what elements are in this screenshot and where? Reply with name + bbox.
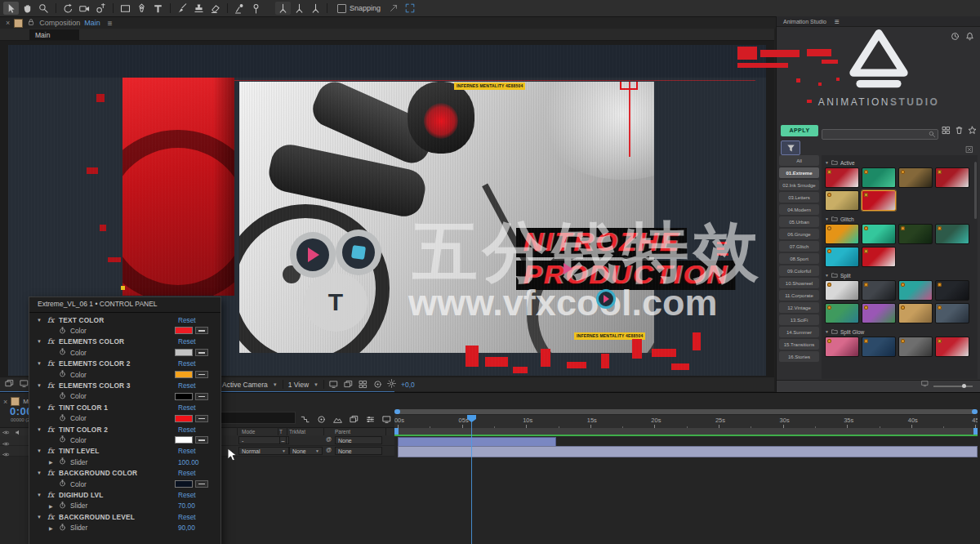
category-08-sport[interactable]: 08.Sport <box>779 253 819 264</box>
template-thumbnail[interactable] <box>898 167 933 188</box>
template-thumbnail[interactable] <box>935 303 969 323</box>
camera-tool[interactable] <box>77 2 92 15</box>
composition-tab-main[interactable]: Main <box>29 29 79 40</box>
category-15-transitions[interactable]: 15.Transitions <box>779 339 819 350</box>
effect-collapse-caret[interactable]: ▼ <box>37 427 42 432</box>
swatch-menu-icon[interactable] <box>195 327 208 334</box>
bell-button[interactable] <box>965 29 974 44</box>
effect-collapse-caret[interactable]: ▼ <box>37 339 42 344</box>
rectangle-tool[interactable] <box>118 2 133 15</box>
category-10-showreel[interactable]: 10.Showreel <box>779 278 819 288</box>
reset-button[interactable]: Reset <box>178 404 196 412</box>
template-thumbnail-selected[interactable] <box>862 190 896 211</box>
parent-pickwhip-icon[interactable]: @ <box>326 436 332 442</box>
axis-world-tool[interactable] <box>292 2 307 15</box>
section-header-active[interactable]: ▼Active <box>825 159 978 166</box>
stopwatch-icon[interactable] <box>59 327 66 336</box>
param-expand-caret[interactable]: ▶ <box>49 503 53 509</box>
slider-value[interactable]: 70.00 <box>178 502 195 510</box>
reset-button[interactable]: Reset <box>178 491 196 499</box>
timeline-tool-flowchart[interactable] <box>301 412 310 427</box>
stopwatch-icon[interactable] <box>59 457 66 466</box>
effect-collapse-caret[interactable]: ▼ <box>37 405 42 410</box>
reset-button[interactable]: Reset <box>178 469 196 477</box>
stopwatch-icon[interactable] <box>59 392 66 401</box>
parent-select[interactable]: None <box>335 447 382 455</box>
axis-view-tool[interactable] <box>308 2 323 15</box>
layer-visibility-toggle[interactable] <box>2 447 10 462</box>
timeline-tool-screen[interactable] <box>382 412 391 427</box>
panel-menu-icon[interactable]: ≡ <box>835 17 840 26</box>
stopwatch-icon[interactable] <box>59 370 66 379</box>
color-swatch[interactable] <box>175 371 193 378</box>
parent-select[interactable]: None <box>335 436 382 444</box>
template-thumbnail[interactable] <box>898 337 933 357</box>
template-thumbnail[interactable] <box>825 167 859 188</box>
swatch-menu-icon[interactable] <box>195 415 208 422</box>
stopwatch-icon[interactable] <box>59 348 66 357</box>
reset-button[interactable]: Reset <box>178 381 196 390</box>
time-ruler[interactable]: 00s05s10s15s20s25s30s35s40s45s <box>394 415 978 429</box>
type-tool[interactable] <box>150 2 166 15</box>
apply-button[interactable]: APPLY <box>781 125 818 136</box>
category-16-stories[interactable]: 16.Stories <box>779 351 819 362</box>
roto-brush-tool[interactable] <box>232 2 247 15</box>
panel-close-icon[interactable]: × <box>3 398 7 406</box>
t-toggle[interactable]: – <box>279 436 287 444</box>
category-01-extreme[interactable]: 01.Extreme <box>779 167 819 178</box>
panel-close-icon[interactable]: × <box>6 19 10 27</box>
timeline-search-box[interactable] <box>219 412 296 424</box>
timeline-tool-mountain[interactable] <box>333 412 342 427</box>
slider-value[interactable]: 90,00 <box>178 524 195 532</box>
template-thumbnail[interactable] <box>935 280 969 301</box>
template-thumbnail[interactable] <box>862 224 896 244</box>
color-swatch[interactable] <box>175 349 193 356</box>
section-header-split-glow[interactable]: ▼Split Glow <box>825 328 978 335</box>
color-swatch[interactable] <box>175 393 193 400</box>
category-05-urban[interactable]: 05.Urban <box>779 216 819 227</box>
template-thumbnail[interactable] <box>825 224 859 244</box>
panel-menu-icon[interactable]: ≡ <box>108 19 113 28</box>
eraser-tool[interactable] <box>207 2 223 15</box>
swatch-menu-icon[interactable] <box>195 349 208 356</box>
effect-collapse-caret[interactable]: ▼ <box>37 318 42 323</box>
work-area-bar[interactable] <box>394 428 978 435</box>
template-thumbnail[interactable] <box>825 190 859 211</box>
param-expand-caret[interactable]: ▶ <box>49 525 53 531</box>
template-thumbnail[interactable] <box>862 247 896 267</box>
template-thumbnail[interactable] <box>862 303 896 323</box>
trkmat-select[interactable]: None▼ <box>289 447 323 455</box>
stopwatch-icon[interactable] <box>59 414 66 423</box>
template-thumbnail[interactable] <box>862 280 896 301</box>
slider-value[interactable]: 100.00 <box>178 458 198 466</box>
view-layout-select[interactable]: 1 View <box>288 381 309 389</box>
effect-collapse-caret[interactable]: ▼ <box>37 515 42 519</box>
template-thumbnail[interactable] <box>935 224 969 244</box>
category-06-grunge[interactable]: 06.Grunge <box>779 229 819 239</box>
reset-button[interactable]: Reset <box>178 359 196 368</box>
color-swatch[interactable] <box>175 327 193 334</box>
template-thumbnail[interactable] <box>935 337 969 357</box>
category-09-colorful[interactable]: 09.Colorful <box>779 265 819 276</box>
swatch-menu-icon[interactable] <box>195 371 208 378</box>
category-04-modern[interactable]: 04.Modern <box>779 204 819 215</box>
category-02-ink-smudge[interactable]: 02.Ink Smudge <box>779 180 819 190</box>
filter-button[interactable] <box>781 140 800 155</box>
orbit-tool[interactable] <box>60 2 76 15</box>
clock-button[interactable] <box>951 29 960 44</box>
stopwatch-icon[interactable] <box>59 524 66 533</box>
pen-tool[interactable] <box>134 2 149 15</box>
swatch-menu-icon[interactable] <box>195 393 208 400</box>
mode-select[interactable]: Normal▼ <box>238 447 289 455</box>
template-thumbnail[interactable] <box>862 337 896 357</box>
layer-duration-bar-2[interactable] <box>398 446 978 457</box>
stopwatch-icon[interactable] <box>59 502 66 511</box>
template-thumbnail[interactable] <box>898 224 933 244</box>
param-expand-caret[interactable]: ▶ <box>49 459 53 465</box>
color-swatch[interactable] <box>175 480 193 488</box>
time-navigator[interactable] <box>394 409 978 414</box>
pan-behind-tool[interactable] <box>93 2 109 15</box>
category-13-scifi[interactable]: 13.SciFi <box>779 314 819 325</box>
color-swatch[interactable] <box>175 415 193 422</box>
reset-button[interactable]: Reset <box>178 316 196 324</box>
